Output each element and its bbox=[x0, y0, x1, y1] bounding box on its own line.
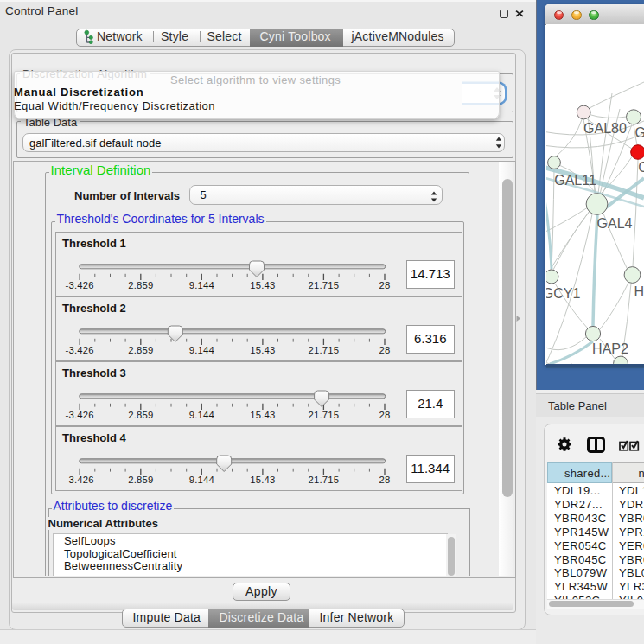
svg-text:15.43: 15.43 bbox=[250, 345, 275, 355]
svg-text:28: 28 bbox=[379, 280, 390, 290]
svg-text:2.859: 2.859 bbox=[128, 345, 153, 355]
svg-text:28: 28 bbox=[379, 475, 390, 485]
svg-text:9.144: 9.144 bbox=[188, 345, 214, 355]
svg-text:15.43: 15.43 bbox=[250, 475, 275, 485]
svg-text:CDC1: CDC1 bbox=[638, 160, 644, 175]
svg-text:21.715: 21.715 bbox=[308, 410, 339, 420]
svg-text:2.859: 2.859 bbox=[128, 410, 153, 420]
svg-text:GAL2: GAL2 bbox=[634, 125, 644, 140]
svg-text:21.715: 21.715 bbox=[308, 345, 339, 355]
svg-text:HIS4: HIS4 bbox=[634, 284, 644, 299]
svg-text:GAL80: GAL80 bbox=[583, 121, 627, 136]
svg-text:21.715: 21.715 bbox=[308, 280, 339, 290]
svg-text:-3.426: -3.426 bbox=[65, 410, 93, 420]
svg-text:15.43: 15.43 bbox=[250, 410, 275, 420]
svg-text:9.144: 9.144 bbox=[188, 410, 214, 420]
svg-text:-3.426: -3.426 bbox=[65, 280, 93, 290]
svg-text:15.43: 15.43 bbox=[250, 280, 275, 290]
svg-text:21.715: 21.715 bbox=[308, 475, 339, 485]
svg-text:GAL4: GAL4 bbox=[597, 216, 633, 231]
svg-text:-3.426: -3.426 bbox=[65, 345, 93, 355]
svg-text:9.144: 9.144 bbox=[188, 280, 214, 290]
svg-text:GCY1: GCY1 bbox=[546, 286, 580, 301]
svg-text:28: 28 bbox=[379, 345, 390, 355]
svg-text:HAP2: HAP2 bbox=[592, 341, 628, 356]
svg-text:9.144: 9.144 bbox=[188, 475, 214, 485]
svg-text:-3.426: -3.426 bbox=[65, 475, 93, 485]
svg-text:28: 28 bbox=[379, 410, 390, 420]
svg-text:2.859: 2.859 bbox=[128, 475, 153, 485]
svg-text:2.859: 2.859 bbox=[128, 280, 153, 290]
svg-text:GAL11: GAL11 bbox=[554, 173, 596, 188]
